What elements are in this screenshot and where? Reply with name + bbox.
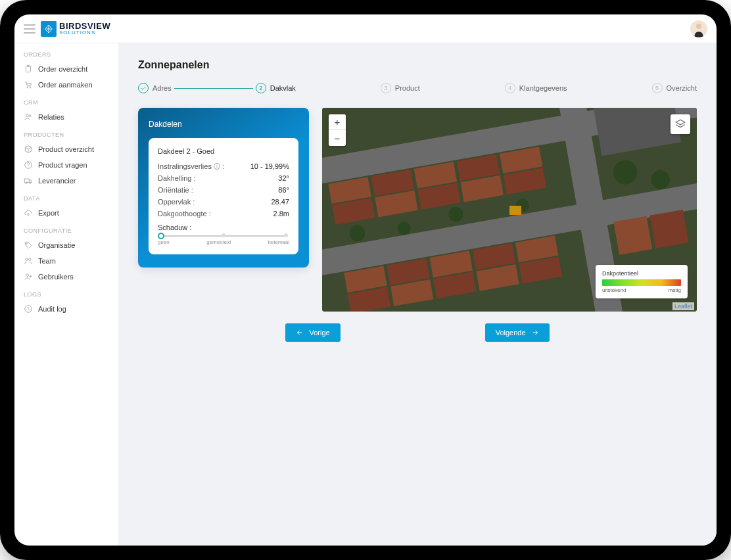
roof-selection-marker[interactable] — [509, 206, 521, 215]
sidebar-label: Team — [38, 257, 56, 265]
sidebar-label: Export — [38, 209, 59, 217]
kv-value: 28.47 — [271, 198, 289, 206]
kv-value: 86° — [278, 186, 289, 194]
sidebar-header-crm: CRM — [21, 99, 112, 106]
step-number: 5 — [652, 83, 663, 93]
svg-point-3 — [27, 87, 28, 88]
zoom-in-button[interactable]: + — [329, 114, 346, 130]
kv-label: Dakhelling : — [158, 174, 195, 182]
sidebar-item-relaties[interactable]: Relaties — [21, 109, 112, 125]
kv-label: Oppervlak : — [158, 198, 195, 206]
step-connector — [174, 88, 253, 89]
svg-point-13 — [29, 258, 32, 261]
clipboard-icon — [24, 64, 33, 74]
logo[interactable]: BIRDSVIEW SOLUTIONS — [41, 21, 110, 37]
sidebar-label: Order overzicht — [38, 65, 87, 73]
check-icon — [138, 83, 149, 93]
button-label: Volgende — [496, 329, 526, 337]
svg-point-4 — [30, 87, 31, 88]
page-title: Zonnepanelen — [138, 59, 697, 71]
step-overzicht[interactable]: 5 Overzicht — [652, 83, 697, 93]
avatar[interactable] — [690, 20, 707, 37]
step-label: Product — [395, 84, 420, 92]
sidebar-label: Order aanmaken — [38, 81, 93, 89]
svg-point-11 — [26, 243, 28, 245]
sidebar-header-orders: ORDERS — [21, 51, 112, 58]
logo-secondary: SOLUTIONS — [59, 30, 110, 35]
sidebar-label: Organisatie — [38, 241, 75, 249]
truck-icon — [24, 176, 33, 185]
arrow-right-icon — [531, 329, 539, 337]
schaduw-slider[interactable] — [160, 235, 287, 237]
hamburger-icon[interactable] — [24, 24, 35, 34]
package-icon — [24, 145, 33, 154]
svg-point-10 — [30, 183, 31, 184]
main-content: Zonnepanelen Adres 2 Dakvlak 3 Product — [118, 43, 717, 546]
step-product[interactable]: 3 Product — [381, 83, 420, 93]
previous-button[interactable]: Vorige — [285, 323, 340, 342]
sidebar: ORDERS Order overzicht Order aanmaken CR… — [14, 43, 118, 546]
step-label: Klantgegevens — [519, 84, 567, 92]
sidebar-item-export[interactable]: Export — [21, 205, 112, 221]
sidebar-header-logs: LOGS — [21, 291, 112, 298]
step-klantgegevens[interactable]: 4 Klantgegevens — [505, 83, 567, 93]
sidebar-item-order-overzicht[interactable]: Order overzicht — [21, 61, 112, 77]
step-adres[interactable]: Adres — [138, 83, 172, 93]
sidebar-item-product-vragen[interactable]: Product vragen — [21, 157, 112, 173]
question-icon — [24, 160, 33, 170]
dakdelen-card: Dakdelen Dakdeel 2 - Goed Instralingsver… — [138, 108, 309, 268]
svg-rect-41 — [613, 216, 652, 255]
step-label: Adres — [153, 84, 172, 92]
slider-label-mid: gemiddeld — [206, 239, 231, 245]
svg-point-0 — [696, 23, 701, 28]
svg-rect-42 — [649, 210, 688, 248]
sidebar-label: Product overzicht — [38, 145, 94, 153]
sidebar-item-product-overzicht[interactable]: Product overzicht — [21, 141, 112, 157]
kv-value: 2.8m — [273, 210, 289, 218]
sidebar-header-producten: PRODUCTEN — [21, 131, 112, 138]
svg-point-9 — [26, 183, 27, 184]
sidebar-item-audit-log[interactable]: Audit log — [21, 301, 112, 317]
sidebar-item-organisatie[interactable]: Organisatie — [21, 237, 112, 253]
zoom-out-button[interactable]: − — [329, 130, 346, 146]
dakdeel-title: Dakdeel 2 - Goed — [158, 147, 289, 155]
cloud-icon — [24, 208, 33, 218]
map-legend: Dakpotentieel uitstekend matig — [596, 265, 688, 298]
sidebar-label: Leverancier — [38, 177, 76, 185]
dakdeel-item[interactable]: Dakdeel 2 - Goed Instralingsverlies i : … — [149, 138, 298, 254]
legend-gradient — [602, 279, 681, 286]
sidebar-item-team[interactable]: Team — [21, 253, 112, 269]
map[interactable]: + − Dakpotentieel uitstekend matig — [322, 108, 697, 312]
next-button[interactable]: Volgende — [485, 323, 550, 342]
slider-label-high: helemaal — [268, 239, 289, 245]
step-number: 3 — [381, 83, 391, 93]
map-zoom-controls: + − — [329, 114, 346, 146]
tablet-frame: BIRDSVIEW SOLUTIONS ORDERS Order overzic… — [0, 0, 731, 560]
kv-label: Dakgoothoogte : — [158, 210, 211, 218]
clock-icon — [24, 304, 33, 314]
svg-point-5 — [26, 114, 29, 117]
sidebar-header-configuratie: CONFIGURATIE — [21, 227, 112, 234]
step-dakvlak[interactable]: 2 Dakvlak — [256, 83, 296, 93]
legend-low: uitstekend — [602, 287, 626, 293]
screen: BIRDSVIEW SOLUTIONS ORDERS Order overzic… — [14, 14, 717, 546]
arrow-left-icon — [296, 329, 304, 337]
kv-label: Instralingsverlies — [158, 162, 212, 170]
layers-button[interactable] — [671, 114, 690, 134]
info-icon[interactable]: i — [214, 163, 220, 170]
sidebar-item-leverancier[interactable]: Leverancier — [21, 173, 112, 189]
slider-label-low: geen — [158, 239, 170, 245]
svg-point-12 — [26, 258, 28, 261]
sidebar-item-gebruikers[interactable]: Gebruikers — [21, 269, 112, 285]
sidebar-label: Gebruikers — [38, 273, 74, 281]
cart-icon — [24, 80, 33, 89]
step-number: 4 — [505, 83, 515, 93]
svg-rect-8 — [24, 179, 29, 182]
svg-marker-49 — [676, 120, 685, 125]
step-number: 2 — [256, 83, 266, 93]
map-attribution[interactable]: Leaflet — [672, 302, 694, 310]
user-plus-icon — [24, 272, 33, 281]
sidebar-item-order-aanmaken[interactable]: Order aanmaken — [21, 77, 112, 93]
kv-value: 10 - 19,99% — [250, 162, 289, 170]
kv-value: 32° — [278, 174, 289, 182]
